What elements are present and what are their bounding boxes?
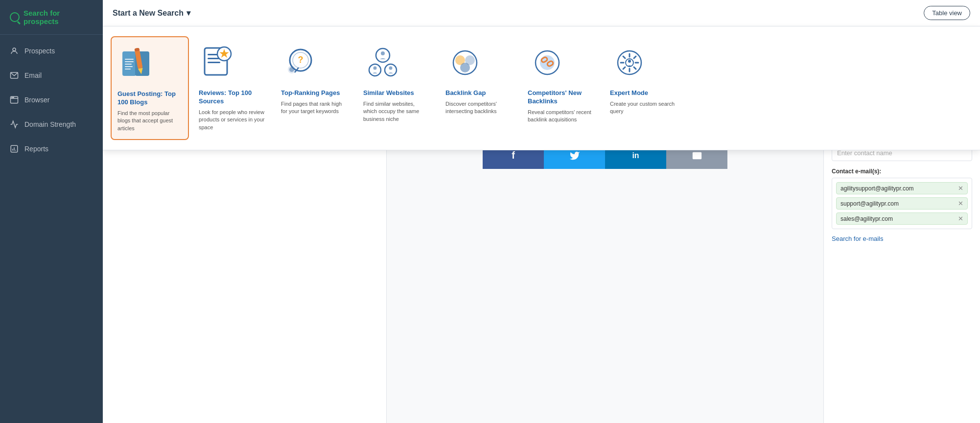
svg-line-53 — [623, 56, 625, 58]
guest-posting-title: Guest Posting: Top 100 Blogs — [117, 90, 182, 107]
competitors-backlinks-title: Competitors' New Backlinks — [528, 89, 594, 106]
browser-icon — [10, 95, 19, 104]
sidebar-label-domain-strength: Domain Strength — [24, 120, 76, 128]
twitter-bird-icon — [569, 150, 580, 161]
search-card-competitors-backlinks[interactable]: Competitors' New Backlinks Reveal compet… — [522, 36, 600, 140]
svg-rect-13 — [125, 59, 134, 60]
competitors-backlinks-icon — [528, 43, 567, 82]
svg-point-31 — [289, 67, 294, 72]
sidebar-label-prospects: Prospects — [24, 47, 55, 55]
email-tag-1-remove[interactable]: ✕ — [958, 185, 963, 192]
top-ranking-title: Top-Ranking Pages — [281, 89, 348, 97]
person-icon — [10, 47, 19, 55]
email-tag-1-value: agilitysupport@agilitypr.com — [840, 185, 914, 192]
svg-point-42 — [460, 63, 470, 72]
sidebar-search[interactable]: Search for prospects — [0, 0, 103, 35]
svg-rect-23 — [208, 58, 219, 59]
search-card-guest-posting[interactable]: Guest Posting: Top 100 Blogs Find the mo… — [111, 36, 189, 140]
email-tag-3-value: sales@agilitypr.com — [840, 215, 893, 222]
svg-rect-24 — [208, 62, 220, 63]
email-tag-2-remove[interactable]: ✕ — [958, 200, 963, 207]
svg-point-38 — [389, 67, 393, 70]
search-card-top-ranking[interactable]: ? Top-Ranking Pages Find pages that rank… — [275, 36, 353, 140]
search-icon — [10, 12, 20, 22]
svg-text:?: ? — [298, 55, 303, 65]
backlink-gap-desc: Discover competitors' intersecting backl… — [445, 100, 512, 116]
topbar: Start a New Search ▾ Table view — [103, 0, 980, 26]
guest-posting-icon — [117, 44, 157, 83]
email-share-icon — [692, 150, 702, 161]
svg-line-55 — [634, 56, 636, 58]
svg-point-57 — [628, 60, 631, 63]
svg-rect-15 — [125, 64, 132, 65]
svg-line-54 — [634, 67, 636, 69]
search-card-similar-websites[interactable]: Similar Websites Find similar websites, … — [357, 36, 436, 140]
sidebar-item-browser[interactable]: Browser — [0, 88, 103, 112]
svg-line-56 — [623, 67, 625, 69]
svg-point-35 — [385, 64, 397, 76]
sidebar-item-email[interactable]: Email — [0, 63, 103, 88]
svg-point-4 — [12, 97, 13, 98]
email-icon — [10, 71, 19, 80]
reviews-desc: Look for people who review products or s… — [199, 109, 265, 131]
domain-icon — [10, 120, 19, 129]
sidebar-label-email: Email — [24, 71, 42, 79]
search-card-expert-mode[interactable]: Expert Mode Create your custom search qu… — [604, 36, 682, 140]
facebook-icon: f — [512, 150, 515, 161]
competitors-backlinks-desc: Reveal competitors' recent backlink acqu… — [528, 109, 594, 124]
topbar-left: Start a New Search ▾ — [113, 8, 190, 18]
reviews-title: Reviews: Top 100 Sources — [199, 89, 265, 106]
contact-emails-label: Contact e-mail(s): — [832, 168, 972, 175]
reports-icon — [10, 144, 19, 153]
email-tag-2-value: support@agilitypr.com — [840, 200, 899, 207]
new-search-label: Start a New Search — [113, 9, 184, 18]
email-tag-3-remove[interactable]: ✕ — [958, 215, 963, 222]
svg-point-0 — [13, 48, 16, 51]
svg-rect-17 — [125, 69, 131, 70]
expert-mode-desc: Create your custom search query — [610, 100, 677, 116]
svg-point-34 — [369, 64, 381, 76]
table-view-button[interactable]: Table view — [924, 6, 970, 20]
backlink-gap-icon — [445, 43, 485, 82]
search-emails-link[interactable]: Search for e-mails — [832, 235, 883, 242]
svg-rect-16 — [125, 66, 133, 67]
sidebar-nav: Prospects Email Browser Domain Strength — [0, 35, 103, 161]
linkedin-icon: in — [632, 151, 639, 160]
similar-websites-title: Similar Websites — [363, 89, 430, 97]
top-ranking-desc: Find pages that rank high for your targe… — [281, 100, 348, 116]
similar-websites-desc: Find similar websites, which occupy the … — [363, 100, 430, 123]
search-card-reviews[interactable]: Reviews: Top 100 Sources Look for people… — [193, 36, 271, 140]
expert-mode-title: Expert Mode — [610, 89, 677, 97]
expert-mode-icon — [610, 43, 649, 82]
svg-rect-14 — [125, 61, 134, 62]
email-tag-1: agilitysupport@agilitypr.com ✕ — [836, 182, 968, 194]
top-ranking-icon: ? — [281, 43, 320, 82]
email-tag-2: support@agilitypr.com ✕ — [836, 197, 968, 210]
search-type-dropdown: Guest Posting: Top 100 Blogs Find the mo… — [103, 26, 980, 150]
sidebar-label-browser: Browser — [24, 96, 49, 104]
reviews-icon — [199, 43, 238, 82]
sidebar: Search for prospects Prospects Email Bro… — [0, 0, 103, 423]
search-card-backlink-gap[interactable]: Backlink Gap Discover competitors' inter… — [440, 36, 518, 140]
svg-point-5 — [13, 97, 14, 98]
sidebar-label-reports: Reports — [24, 145, 48, 153]
backlink-gap-title: Backlink Gap — [445, 89, 512, 97]
svg-point-36 — [381, 51, 385, 55]
sidebar-search-label: Search for prospects — [23, 9, 93, 25]
main-area: Start a New Search ▾ Table view — [103, 0, 980, 423]
email-tags-container: agilitysupport@agilitypr.com ✕ support@a… — [832, 178, 972, 229]
email-tag-3: sales@agilitypr.com ✕ — [836, 212, 968, 225]
similar-websites-icon — [363, 43, 402, 82]
sidebar-item-reports[interactable]: Reports — [0, 137, 103, 161]
sidebar-item-domain-strength[interactable]: Domain Strength — [0, 112, 103, 137]
dropdown-arrow-icon[interactable]: ▾ — [187, 8, 190, 18]
sidebar-item-prospects[interactable]: Prospects — [0, 39, 103, 63]
guest-posting-desc: Find the most popular blogs that accept … — [117, 110, 182, 132]
svg-point-37 — [373, 67, 377, 70]
